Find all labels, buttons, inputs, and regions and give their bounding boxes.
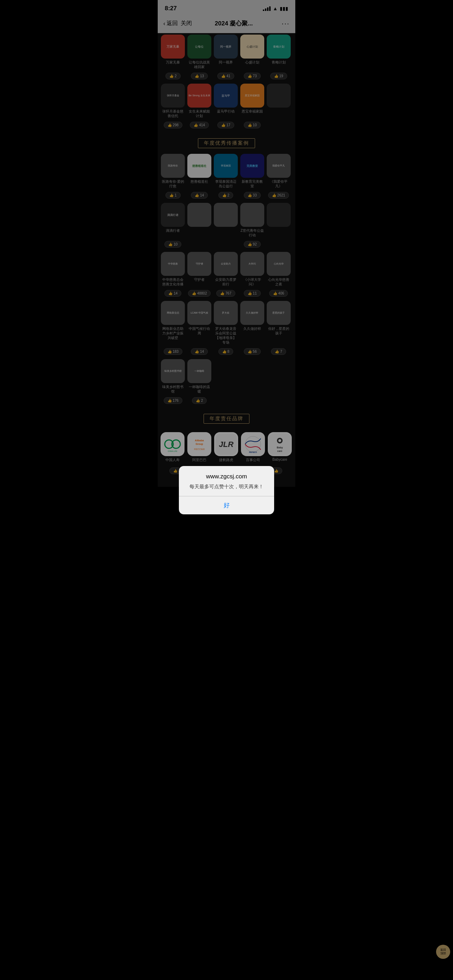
dialog-url: www.zgcsj.com	[184, 473, 269, 480]
dialog-overlay: www.zgcsj.com 每天最多可点赞十次，明天再来！ 好	[158, 0, 295, 487]
dialog-message: 每天最多可点赞十次，明天再来！	[184, 483, 269, 487]
dialog-body: www.zgcsj.com 每天最多可点赞十次，明天再来！	[179, 466, 274, 487]
alert-dialog: www.zgcsj.com 每天最多可点赞十次，明天再来！ 好	[179, 466, 274, 487]
